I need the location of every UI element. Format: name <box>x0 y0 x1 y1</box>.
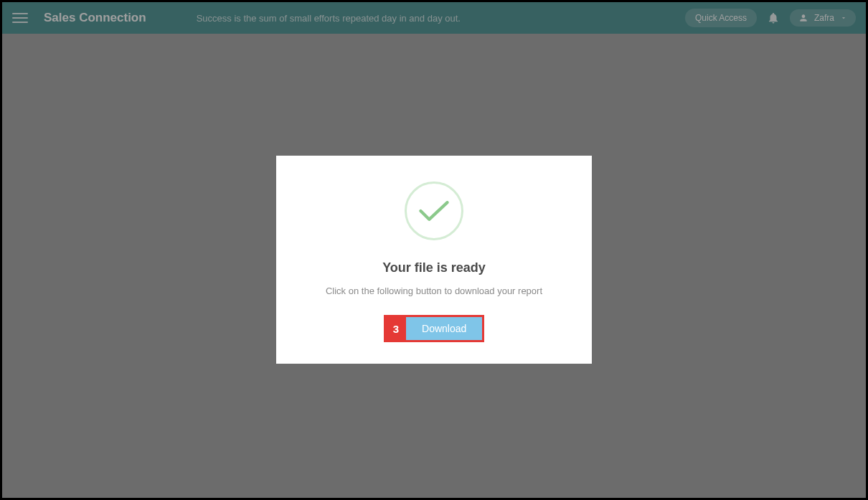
download-ready-modal: Your file is ready Click on the followin… <box>276 156 592 364</box>
app-container: Sales Connection Success is the sum of s… <box>2 2 866 498</box>
modal-subtitle: Click on the following button to downloa… <box>298 286 570 296</box>
download-callout: 3 Download <box>384 315 485 342</box>
modal-title: Your file is ready <box>298 260 570 275</box>
step-number-badge: 3 <box>386 317 406 340</box>
download-button[interactable]: Download <box>406 317 482 340</box>
success-check-icon <box>405 181 463 240</box>
